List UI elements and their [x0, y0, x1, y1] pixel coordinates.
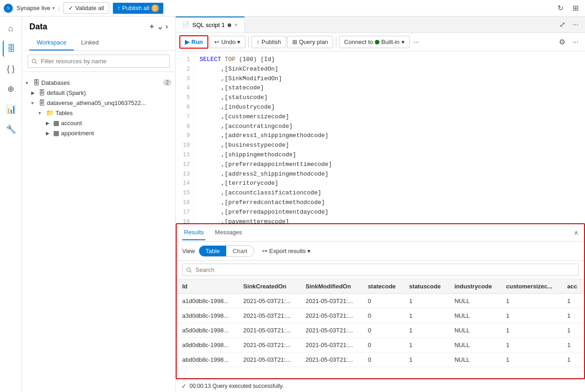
tab-linked[interactable]: Linked — [74, 35, 106, 50]
activity-bar: ⌂ 🗄 { } ⊕ 📊 🔧 — [0, 17, 22, 392]
editor-area: 📄 SQL script 1 ✕ ⤢ ··· ▶ Run ↩ Undo ▾ — [176, 17, 585, 392]
tab-workspace[interactable]: Workspace — [29, 35, 74, 50]
collapse-icon[interactable]: ⌄ — [157, 22, 163, 31]
status-message: 00:00:13 Query executed successfully. — [189, 383, 284, 389]
query-plan-button[interactable]: ⊞ Query plan — [287, 36, 334, 48]
sidebar-actions: + ⌄ › — [150, 22, 168, 31]
account-table-item[interactable]: ▶ ▦ account — [22, 118, 175, 128]
tab-right-actions: ⤢ ··· — [557, 19, 585, 30]
status-bar: ✓ 00:00:13 Query executed successfully. — [176, 379, 585, 392]
table-cell: 1 — [404, 323, 449, 338]
main-layout: ⌂ 🗄 { } ⊕ 📊 🔧 Data + ⌄ › Workspace Linke… — [0, 17, 585, 392]
table-cell: 0 — [362, 353, 404, 367]
data-icon[interactable]: 🗄 — [3, 40, 19, 57]
table-cell: 1 — [404, 353, 449, 367]
results-search — [177, 261, 584, 279]
sidebar-close-icon[interactable]: › — [166, 22, 168, 31]
export-results-button[interactable]: ↦ Export results ▾ — [258, 246, 315, 256]
undo-icon: ↩ — [214, 39, 219, 45]
tab-bar: 📄 SQL script 1 ✕ ⤢ ··· — [176, 17, 585, 33]
account-chevron-icon: ▶ — [46, 121, 51, 126]
table-cell: 2021-05-03T21:... — [238, 338, 300, 353]
tables-item[interactable]: ▾ 📁 Tables — [22, 108, 175, 118]
run-icon: ▶ — [185, 39, 189, 45]
results-panel: Results Messages ∧ View Table Chart ↦ — [176, 223, 585, 379]
export-icon: ↦ — [262, 248, 267, 254]
run-button[interactable]: ▶ Run — [179, 35, 208, 49]
tab-messages[interactable]: Messages — [213, 225, 244, 240]
tab-results[interactable]: Results — [182, 225, 206, 240]
table-cell: NULL — [449, 294, 500, 309]
databases-item[interactable]: ▾ 🗄 Databases 2 — [22, 77, 175, 88]
results-tbody: a1d0db8c-1998...2021-05-03T21:...2021-05… — [177, 294, 584, 367]
sql-script-tab[interactable]: 📄 SQL script 1 ✕ — [176, 17, 245, 33]
settings-button[interactable]: ⊞ — [570, 3, 581, 13]
code-editor[interactable]: 12345 678910 1112131415 1617181920 SELEC… — [176, 51, 585, 223]
instance-label: Synapse live ▾ — [17, 5, 55, 11]
settings-icon-button[interactable]: ⚙ — [556, 37, 568, 47]
publish-up-icon: ↑ — [256, 39, 260, 45]
col-statecode: statecode — [362, 279, 404, 294]
refresh-button[interactable]: ↻ — [555, 3, 566, 13]
table-cell: NULL — [449, 309, 500, 323]
validate-icon: ✓ — [68, 5, 73, 11]
table-cell: 0 — [362, 338, 404, 353]
manage-icon[interactable]: 🔧 — [3, 121, 19, 138]
table-cell: 1 — [562, 294, 584, 309]
dataverse-chevron-icon: ▾ — [31, 100, 37, 105]
undo-button[interactable]: ↩ Undo ▾ — [209, 36, 245, 48]
validate-all-button[interactable]: ✓ Validate all — [63, 2, 109, 14]
home-icon[interactable]: ⌂ — [3, 20, 19, 37]
table-cell: 2021-05-03T21:... — [238, 323, 300, 338]
databases-chevron-icon: ▾ — [26, 80, 31, 85]
table-cell: NULL — [449, 353, 500, 367]
dataverse-item[interactable]: ▾ 🗄 dataverse_athena05_unq10637522... — [22, 98, 175, 108]
instance-chevron-icon[interactable]: ▾ — [52, 6, 55, 11]
dataverse-db-icon: 🗄 — [39, 99, 45, 106]
appointment-table-item[interactable]: ▶ ▦ appointment — [22, 128, 175, 138]
table-cell: 1 — [501, 309, 562, 323]
develop-icon[interactable]: { } — [3, 61, 19, 77]
undo-chevron-icon[interactable]: ▾ — [237, 39, 240, 45]
built-in-dot — [375, 40, 379, 44]
connect-more-button[interactable]: ··· — [411, 37, 422, 47]
top-bar-right: ↻ ⊞ — [555, 3, 581, 13]
editor-more-button[interactable]: ··· — [570, 37, 581, 47]
tab-close-icon[interactable]: ✕ — [234, 22, 238, 28]
col-acc: acc — [562, 279, 584, 294]
filter-resources-input[interactable] — [28, 55, 170, 68]
folder-icon: 📁 — [46, 109, 54, 116]
more-options-button[interactable]: ··· — [570, 19, 581, 30]
tab-title: SQL script 1 — [192, 22, 225, 28]
chart-view-button[interactable]: Chart — [226, 246, 254, 256]
table-cell: 2021-05-03T21:... — [238, 309, 300, 323]
databases-icon: 🗄 — [33, 79, 39, 86]
table-cell: 1 — [562, 323, 584, 338]
table-row: abd0db8c-1998...2021-05-03T21:...2021-05… — [177, 353, 584, 367]
results-search-input[interactable] — [182, 264, 579, 276]
add-icon[interactable]: + — [150, 22, 154, 31]
publish-all-button[interactable]: ↑ Publish all 1 — [113, 3, 163, 14]
sidebar-header: Data + ⌄ › — [22, 17, 175, 35]
results-table: Id SinkCreatedOn SinkModifiedOn statecod… — [177, 279, 584, 367]
table-row: a3d0db8c-1998...2021-05-03T21:...2021-05… — [177, 309, 584, 323]
connect-to-dropdown[interactable]: Connect to Built-in ▾ — [339, 36, 410, 48]
collapse-results-button[interactable]: ∧ — [574, 229, 579, 236]
integrate-icon[interactable]: ⊕ — [3, 81, 19, 97]
table-cell: 2021-05-03T21:... — [300, 338, 362, 353]
publish-button[interactable]: ↑ Publish — [251, 36, 286, 48]
default-spark-item[interactable]: ▶ 🗄 default (Spark) — [22, 88, 175, 98]
table-cell: a1d0db8c-1998... — [177, 294, 238, 309]
table-icon: ▦ — [53, 119, 59, 127]
top-bar: S Synapse live ▾ | ✓ Validate all ↑ Publ… — [0, 0, 585, 17]
table-cell: 2021-05-03T21:... — [300, 323, 362, 338]
table-cell: 1 — [562, 338, 584, 353]
table-view-button[interactable]: Table — [199, 246, 226, 256]
maximize-button[interactable]: ⤢ — [557, 19, 568, 30]
view-toggle: Table Chart — [199, 245, 254, 257]
appointment-chevron-icon: ▶ — [46, 131, 51, 136]
table-cell: 1 — [562, 353, 584, 367]
code-content[interactable]: SELECT TOP (100) [Id] ,[SinkCreatedOn] ,… — [194, 51, 585, 223]
database-icon: 🗄 — [39, 89, 45, 96]
monitor-icon[interactable]: 📊 — [3, 101, 19, 117]
